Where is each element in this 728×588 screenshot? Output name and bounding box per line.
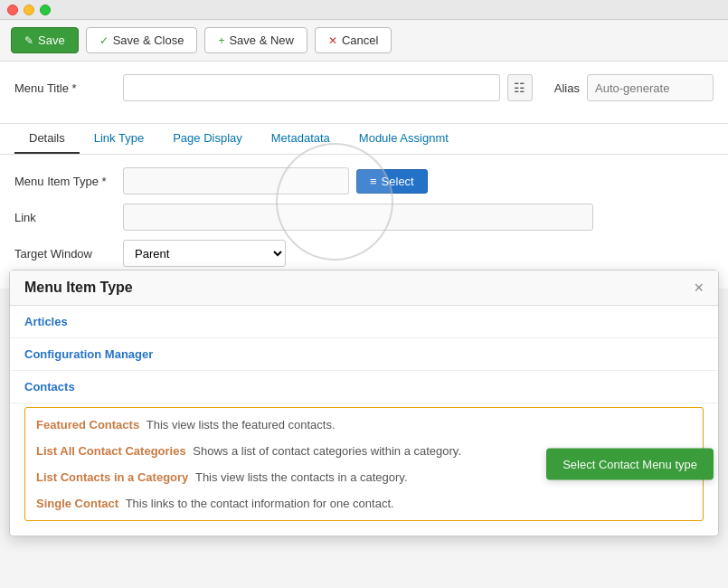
link-row: Link [14,204,714,231]
target-window-row: Target Window Parent New Window Same Win… [14,240,714,267]
save-close-button[interactable]: ✓ Save & Close [86,27,198,53]
featured-contacts-desc: This view lists the featured contacts. [147,418,336,432]
modal-close-button[interactable]: × [694,280,704,296]
tab-details[interactable]: Details [14,124,80,154]
modal-header: Menu Item Type × [10,270,718,306]
menu-type-contacts[interactable]: Contacts [10,371,718,403]
target-window-label: Target Window [14,247,123,261]
menu-title-icon-button[interactable]: ☷ [507,74,533,101]
list-all-contact-categories-desc: Shows a list of contact categories withi… [193,444,461,458]
single-contact-desc: This links to the contact information fo… [126,497,394,510]
menu-item-type-input-wrap: ≡ Select [123,167,714,194]
form-area: Menu Title * ☷ Alias [0,62,728,124]
title-bar [0,0,728,20]
close-window-button[interactable] [7,5,18,15]
list-all-contact-categories-title: List All Contact Categories [36,444,186,458]
toolbar: ✎ Save ✓ Save & Close + Save & New ✕ Can… [0,20,728,62]
tab-metadata[interactable]: Metadatata [257,124,345,154]
featured-contacts-title: Featured Contacts [36,418,139,432]
save-new-label: Save & New [229,33,294,47]
menu-title-row: Menu Title * ☷ Alias [14,74,714,101]
menu-type-configuration-manager[interactable]: Configuration Manager [10,338,718,371]
save-icon: ✎ [24,34,33,47]
link-input[interactable] [123,204,593,231]
menu-title-input-wrap: ☷ Alias [123,74,714,101]
select-menu-item-type-button[interactable]: ≡ Select [356,169,428,194]
select-contact-popup-label: Select Contact Menu type [563,458,697,471]
save-label: Save [38,33,65,47]
alias-label: Alias [554,81,580,95]
target-window-select[interactable]: Parent New Window Same Window [123,240,286,267]
tab-link-type[interactable]: Link Type [80,124,158,154]
alias-input[interactable] [587,74,714,101]
cancel-button[interactable]: ✕ Cancel [315,27,392,53]
check-icon: ✓ [99,34,109,47]
menu-title-label: Menu Title * [14,81,123,95]
single-contact-title: Single Contact [36,497,118,510]
list-contacts-in-category-desc: This view lists the contacts in a catego… [195,470,408,484]
target-window-input-wrap: Parent New Window Same Window [123,240,714,267]
menu-item-type-display [123,167,349,194]
contacts-section: Featured Contacts This view lists the fe… [24,407,704,521]
menu-item-type-label: Menu Item Type * [14,175,123,188]
contacts-expanded-section: Featured Contacts This view lists the fe… [10,403,718,536]
save-new-button[interactable]: + Save & New [204,27,307,53]
single-contact-item[interactable]: Single Contact This links to the contact… [25,490,703,517]
link-input-wrap [123,204,714,231]
list-icon: ≡ [370,175,377,188]
menu-item-type-row: Menu Item Type * ≡ Select [14,167,714,194]
menu-title-input[interactable] [123,74,500,101]
maximize-window-button[interactable] [40,5,51,15]
save-button[interactable]: ✎ Save [11,27,79,53]
select-btn-label: Select [382,175,414,188]
cancel-label: Cancel [342,33,378,47]
list-contacts-in-category-title: List Contacts in a Category [36,470,188,484]
tabs: Details Link Type Page Display Metadatat… [0,124,728,155]
link-label: Link [14,211,123,224]
details-area: Menu Item Type * ≡ Select Link Target Wi… [0,155,728,289]
menu-type-articles[interactable]: Articles [10,306,718,338]
plus-icon: + [218,34,224,47]
menu-item-type-modal: Menu Item Type × Articles Configuration … [9,270,719,536]
modal-title: Menu Item Type [24,280,133,296]
tab-page-display[interactable]: Page Display [158,124,257,154]
minimize-window-button[interactable] [24,5,34,15]
save-close-label: Save & Close [113,33,184,47]
x-icon: ✕ [328,34,337,47]
tab-module-assignment[interactable]: Module Assignmt [345,124,463,154]
select-contact-menu-type-button[interactable]: Select Contact Menu type [546,449,714,480]
featured-contacts-item[interactable]: Featured Contacts This view lists the fe… [25,412,703,438]
modal-body: Articles Configuration Manager Contacts … [10,306,718,536]
